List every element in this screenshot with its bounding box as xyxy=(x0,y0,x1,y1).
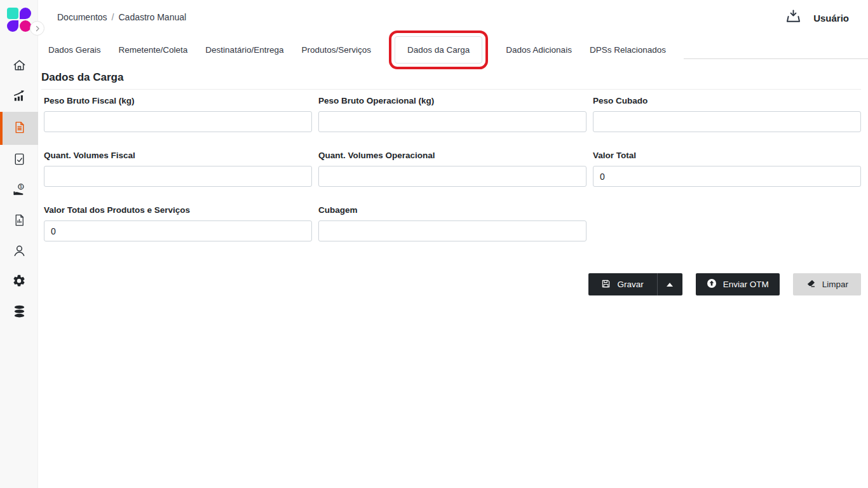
tab-dados-gerais[interactable]: Dados Gerais xyxy=(48,45,101,55)
gear-icon xyxy=(12,274,26,290)
database-icon xyxy=(12,304,27,322)
field-quant-volumes-fiscal: Quant. Volumes Fiscal xyxy=(44,151,312,187)
gravar-split-button: Gravar xyxy=(588,273,682,295)
field-label: Valor Total dos Produtos e Serviços xyxy=(44,205,312,215)
peso-bruto-operacional-input[interactable] xyxy=(318,111,587,132)
gravar-button[interactable]: Gravar xyxy=(588,273,656,295)
tabstrip-divider xyxy=(684,41,868,59)
field-valor-total-produtos-servicos: Valor Total dos Produtos e Serviços xyxy=(44,205,312,241)
sidebar-item-home[interactable] xyxy=(0,51,38,81)
sidebar-nav: $ xyxy=(0,51,38,328)
app-logo xyxy=(7,8,31,32)
field-label: Peso Cubado xyxy=(593,96,861,105)
quant-volumes-fiscal-input[interactable] xyxy=(44,166,312,187)
tab-destinatario-entrega[interactable]: Destinatário/Entrega xyxy=(205,45,283,55)
field-label: Quant. Volumes Fiscal xyxy=(44,151,312,160)
download-tray-icon xyxy=(785,8,802,28)
svg-text:$: $ xyxy=(20,184,22,188)
sidebar-item-analytics[interactable] xyxy=(0,81,38,112)
document-icon xyxy=(12,120,27,137)
document-check-icon xyxy=(12,152,27,169)
tab-dados-da-carga[interactable]: Dados da Carga xyxy=(395,36,482,64)
tab-bar: Dados Gerais Remetente/Coleta Destinatár… xyxy=(38,35,868,65)
download-tray-button[interactable] xyxy=(785,8,802,28)
field-label: Peso Bruto Fiscal (kg) xyxy=(44,96,312,105)
quant-volumes-operacional-input[interactable] xyxy=(318,166,587,187)
valor-total-produtos-servicos-input[interactable] xyxy=(44,220,312,241)
tab-produtos-servicos[interactable]: Produtos/Serviços xyxy=(301,45,371,55)
user-area: Usuário xyxy=(785,8,849,28)
hand-coin-icon: $ xyxy=(12,182,27,200)
user-icon xyxy=(12,243,27,261)
field-valor-total: Valor Total xyxy=(593,151,861,187)
tab-remetente-coleta[interactable]: Remetente/Coleta xyxy=(119,45,188,55)
save-icon xyxy=(601,279,611,290)
logo-shape-purple-bottom xyxy=(7,20,18,32)
cargo-form: Peso Bruto Fiscal (kg) Peso Bruto Operac… xyxy=(44,96,861,241)
field-label: Peso Bruto Operacional (kg) xyxy=(318,96,587,105)
valor-total-input[interactable] xyxy=(593,166,861,187)
gravar-dropdown-toggle[interactable] xyxy=(657,273,682,295)
enviar-otm-button[interactable]: Enviar OTM xyxy=(696,273,780,295)
trend-chart-icon xyxy=(12,88,27,105)
sidebar-item-settings[interactable] xyxy=(0,267,38,297)
logo-shape-purple-top xyxy=(20,8,31,19)
logo-shape-teal xyxy=(7,8,18,19)
home-icon xyxy=(12,58,27,75)
enviar-otm-button-label: Enviar OTM xyxy=(723,280,769,289)
sidebar: $ xyxy=(0,0,38,488)
cubagem-input[interactable] xyxy=(318,220,587,241)
peso-cubado-input[interactable] xyxy=(593,111,861,132)
sidebar-item-data[interactable] xyxy=(0,297,38,328)
sidebar-item-users[interactable] xyxy=(0,236,38,267)
field-quant-volumes-operacional: Quant. Volumes Operacional xyxy=(318,151,587,187)
sidebar-expand-button[interactable] xyxy=(30,21,44,36)
eraser-icon xyxy=(806,278,816,290)
sidebar-item-reports[interactable] xyxy=(0,206,38,236)
field-peso-bruto-fiscal: Peso Bruto Fiscal (kg) xyxy=(44,96,312,132)
breadcrumb: Documentos/Cadastro Manual xyxy=(57,12,186,22)
circle-up-arrow-icon xyxy=(707,278,717,290)
sidebar-item-documents[interactable] xyxy=(0,112,38,145)
field-label: Quant. Volumes Operacional xyxy=(318,151,587,160)
caret-up-icon xyxy=(667,283,673,287)
chevron-right-icon xyxy=(34,23,41,34)
user-name[interactable]: Usuário xyxy=(813,13,849,24)
sidebar-item-finance[interactable]: $ xyxy=(0,175,38,206)
breadcrumb-separator: / xyxy=(112,12,114,22)
tab-dpss-relacionados[interactable]: DPSs Relacionados xyxy=(590,45,666,55)
field-cubagem: Cubagem xyxy=(318,205,587,241)
title-divider xyxy=(41,89,861,90)
field-peso-cubado: Peso Cubado xyxy=(593,96,861,132)
gravar-button-label: Gravar xyxy=(617,280,643,289)
report-icon xyxy=(12,213,27,230)
breadcrumb-item-cadastro-manual: Cadastro Manual xyxy=(118,12,186,22)
field-peso-bruto-operacional: Peso Bruto Operacional (kg) xyxy=(318,96,587,132)
sidebar-item-tasks[interactable] xyxy=(0,145,38,175)
field-label: Valor Total xyxy=(593,151,861,160)
peso-bruto-fiscal-input[interactable] xyxy=(44,111,312,132)
empty-grid-cell xyxy=(593,205,861,241)
limpar-button[interactable]: Limpar xyxy=(793,273,861,295)
limpar-button-label: Limpar xyxy=(822,280,848,289)
action-bar: Gravar Enviar OTM Limpar xyxy=(588,273,861,295)
breadcrumb-item-documentos[interactable]: Documentos xyxy=(57,12,107,22)
tab-dados-adicionais[interactable]: Dados Adicionais xyxy=(506,45,572,55)
page-title: Dados da Carga xyxy=(41,71,123,84)
field-label: Cubagem xyxy=(318,205,587,215)
